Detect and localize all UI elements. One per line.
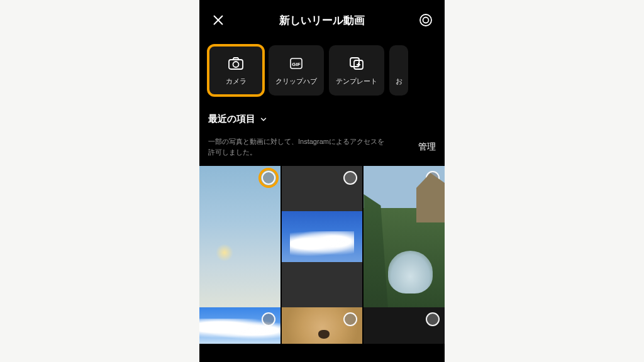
album-selector[interactable]: 最近の項目 <box>199 101 445 133</box>
svg-text:GIF: GIF <box>292 62 300 67</box>
tab-label: カメラ <box>226 77 247 86</box>
permission-row: 一部の写真と動画に対して、Instagramによるアクセスを許可しました。 管理 <box>199 133 445 166</box>
page-title: 新しいリール動画 <box>227 13 417 28</box>
manage-button[interactable]: 管理 <box>418 141 436 153</box>
gallery-item[interactable] <box>199 166 280 307</box>
tab-cliphub[interactable]: GIF クリップハブ <box>269 45 324 96</box>
album-label: 最近の項目 <box>208 113 255 125</box>
template-icon <box>348 55 365 72</box>
tab-label: お <box>396 77 402 86</box>
close-button[interactable] <box>209 11 227 29</box>
settings-button[interactable] <box>417 11 435 29</box>
chevron-down-icon <box>259 115 268 124</box>
tab-more[interactable]: お <box>389 45 408 96</box>
phone-frame: 新しいリール動画 カメラ GIF クリップハブ テンプレート お <box>199 0 445 362</box>
gallery-item[interactable] <box>282 166 363 307</box>
permission-text: 一部の写真と動画に対して、Instagramによるアクセスを許可しました。 <box>208 136 384 157</box>
gif-icon: GIF <box>288 55 304 72</box>
selection-indicator[interactable] <box>262 312 275 326</box>
close-icon <box>211 13 225 27</box>
svg-point-2 <box>420 14 431 26</box>
tab-camera[interactable]: カメラ <box>208 45 264 96</box>
gallery-item[interactable] <box>364 307 445 344</box>
selection-indicator[interactable] <box>426 171 440 185</box>
gear-icon <box>418 13 433 28</box>
selection-indicator[interactable] <box>262 171 275 185</box>
tab-label: クリップハブ <box>275 77 317 86</box>
camera-icon <box>228 55 244 72</box>
gallery-item[interactable] <box>364 166 445 307</box>
selection-indicator[interactable] <box>343 171 357 185</box>
gallery-item[interactable] <box>282 307 363 344</box>
tab-label: テンプレート <box>336 77 377 86</box>
header-bar: 新しいリール動画 <box>199 0 445 40</box>
photo-grid <box>199 166 445 307</box>
svg-point-3 <box>423 18 429 23</box>
tab-template[interactable]: テンプレート <box>329 45 384 96</box>
gallery-item[interactable] <box>199 307 280 344</box>
selection-indicator[interactable] <box>343 312 357 326</box>
photo-grid-row2 <box>199 307 445 344</box>
selection-indicator[interactable] <box>426 312 440 326</box>
svg-rect-8 <box>350 58 359 67</box>
svg-point-5 <box>233 62 239 67</box>
source-tabs: カメラ GIF クリップハブ テンプレート お <box>199 40 445 101</box>
